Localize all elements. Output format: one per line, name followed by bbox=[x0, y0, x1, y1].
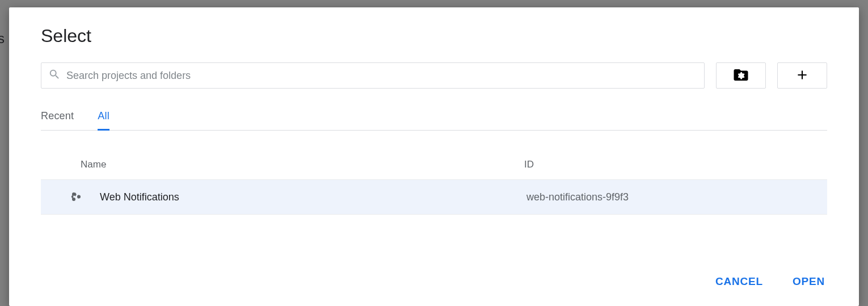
dialog-footer: CANCEL OPEN bbox=[41, 255, 827, 292]
table-row[interactable]: Web Notifications web-notifications-9f9f… bbox=[41, 179, 827, 215]
tabs: Recent All bbox=[41, 110, 827, 131]
header-name: Name bbox=[81, 159, 524, 170]
table-header: Name ID bbox=[41, 159, 827, 179]
background-page-fragment: s bbox=[0, 31, 5, 47]
search-icon bbox=[48, 68, 61, 83]
project-name: Web Notifications bbox=[100, 191, 526, 203]
folder-gear-icon bbox=[732, 66, 749, 85]
project-id: web-notifications-9f9f3 bbox=[526, 191, 827, 203]
svg-point-2 bbox=[72, 198, 75, 201]
svg-point-3 bbox=[77, 195, 81, 199]
tab-all[interactable]: All bbox=[98, 110, 109, 130]
cancel-button[interactable]: CANCEL bbox=[713, 271, 765, 292]
folder-settings-button[interactable] bbox=[716, 62, 766, 89]
search-box[interactable] bbox=[41, 62, 705, 89]
search-row bbox=[41, 62, 827, 89]
svg-point-1 bbox=[72, 192, 75, 196]
project-icon bbox=[69, 190, 83, 204]
open-button[interactable]: OPEN bbox=[790, 271, 827, 292]
tab-recent[interactable]: Recent bbox=[41, 110, 74, 130]
search-input[interactable] bbox=[66, 70, 697, 82]
dialog-title: Select bbox=[41, 26, 827, 47]
plus-icon bbox=[795, 68, 810, 84]
new-project-button[interactable] bbox=[777, 62, 827, 89]
project-table: Name ID Web Notifications web-notificati… bbox=[41, 159, 827, 215]
header-id: ID bbox=[524, 159, 827, 170]
project-select-dialog: Select Recent All Name ID bbox=[9, 7, 859, 306]
